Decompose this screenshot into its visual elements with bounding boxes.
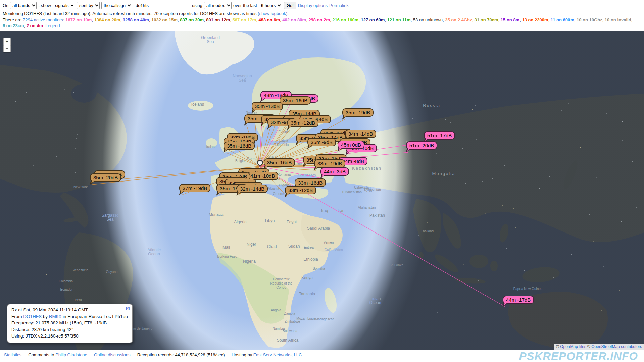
- band-count: 567 on 17m: [232, 17, 256, 22]
- sender-callsign-link[interactable]: DO1HFS: [23, 314, 42, 319]
- reception-balloon[interactable]: 35m -12dB: [287, 119, 318, 127]
- callsign-input[interactable]: [134, 2, 190, 9]
- reception-balloon[interactable]: 33m -12dB: [285, 186, 316, 194]
- openmaptiles-link[interactable]: OpenMapTiles: [560, 344, 586, 349]
- band-count: 11 on 600m: [551, 17, 574, 22]
- reception-balloon[interactable]: 35m -13dB: [252, 102, 283, 110]
- on-label: On: [3, 3, 8, 8]
- popup-from-label: From: [11, 314, 23, 319]
- reception-balloon[interactable]: 35m -9dB: [307, 138, 336, 146]
- band-count: 1032 on 15m: [151, 17, 178, 22]
- band-count: 15 on 8m: [501, 17, 519, 22]
- footer-records-text: — Reception records: 44,718,524,928 (518…: [130, 352, 253, 357]
- modes-select[interactable]: all modes: [204, 2, 232, 9]
- status-line: Monitoring DO1HFS (last heard 32 mins ag…: [0, 10, 644, 16]
- signals-select[interactable]: signals: [53, 2, 75, 9]
- band-counts: 1672 on 10m, 1384 on 20m, 1258 on 40m, 1…: [3, 17, 632, 28]
- period-select[interactable]: 6 hours: [259, 2, 282, 9]
- popup-software: Using: JTDX v2.2.160-rc5 57f350: [11, 333, 128, 340]
- show-label: , show: [38, 3, 51, 8]
- status-period: .: [287, 11, 289, 16]
- show-logbook-link[interactable]: (show logbook): [258, 11, 287, 16]
- popup-rx-time: Rx at Sat, 09 Mar 2024 11:19:14 GMT: [11, 307, 128, 313]
- band-count: 1672 on 10m: [65, 17, 92, 22]
- reception-balloon[interactable]: 35m -16dB: [280, 96, 311, 105]
- reception-balloon[interactable]: 32m -14dB: [237, 185, 268, 193]
- reception-balloon[interactable]: 35m -19dB: [342, 108, 374, 117]
- copyright-symbol-2: ©: [586, 344, 592, 349]
- using-label: using: [192, 3, 202, 8]
- band-count: 298 on 2m: [308, 17, 330, 22]
- band-count: 10 on invalid: [605, 17, 631, 22]
- active-monitors-link[interactable]: 7294 active monitors: [23, 17, 63, 22]
- reception-report-popup: ⊠ Rx at Sat, 09 Mar 2024 11:19:14 GMT Fr…: [7, 304, 133, 343]
- legend-link[interactable]: Legend: [45, 23, 60, 28]
- go-button[interactable]: Go!: [284, 2, 296, 9]
- popup-distance: Distance: 2870 km bearing 42°: [11, 326, 128, 333]
- reception-balloon[interactable]: 35m -20dB: [90, 173, 121, 182]
- reception-balloon[interactable]: 51m -17dB: [424, 131, 455, 140]
- world-map[interactable]: Greenland SeaNorwegian SeaIcelandNorwayR…: [0, 31, 644, 350]
- popup-frequency: Frequency: 21.075.382 MHz (15m), FT8, -1…: [11, 320, 128, 326]
- band-count: 10 on 10Ghz: [577, 17, 602, 22]
- callsign-type-select[interactable]: the callsign: [101, 2, 132, 9]
- band-count: 216 on 160m: [332, 17, 358, 22]
- sentby-select[interactable]: sent by: [77, 2, 100, 9]
- permalink-link[interactable]: Permalink: [329, 3, 349, 8]
- band-count: 121 on 11m: [387, 17, 411, 22]
- band-count: 1258 on 40m: [123, 17, 149, 22]
- reception-balloon[interactable]: 51m -20dB: [406, 141, 437, 150]
- band-count: 35 on 2.4Ghz: [445, 17, 472, 22]
- hosting-link[interactable]: Fast Serv Networks, LLC: [253, 352, 302, 357]
- zoom-in-button[interactable]: +: [3, 38, 11, 45]
- reception-balloon[interactable]: 35m -16dB: [264, 158, 295, 167]
- popup-from-line: From DO1HFS by RM9X in European Russia L…: [11, 313, 128, 320]
- band-count: 2 on 4m: [27, 23, 43, 28]
- copyright-symbol: ©: [556, 344, 560, 349]
- close-icon[interactable]: ⊠: [126, 306, 130, 311]
- reception-balloon[interactable]: 33m -19dB: [314, 159, 345, 168]
- receiver-callsign-link[interactable]: RM9X: [49, 314, 62, 319]
- band-count: 801 on 12m: [206, 17, 230, 22]
- band-count: 837 on 30m: [180, 17, 204, 22]
- pskreporter-watermark: PSKREPORTER.INFO: [519, 350, 638, 362]
- discussions-link[interactable]: Online discussions: [94, 352, 130, 357]
- reception-balloon[interactable]: 45m 0dB: [338, 141, 364, 149]
- header: On all bands , show signals sent by the …: [0, 0, 644, 31]
- band-count: 6 on 23cm: [3, 23, 24, 28]
- reception-balloon[interactable]: 37m -19dB: [179, 184, 210, 192]
- monitors-line: There are 7294 active monitors: 1672 on …: [0, 16, 642, 29]
- band-count: 127 on 60m: [361, 17, 385, 22]
- band-count: 483 on 6m: [258, 17, 280, 22]
- overlast-label: over the last: [233, 3, 257, 8]
- footer-sep1: — Comments to: [21, 352, 55, 357]
- band-count: 1384 on 20m: [94, 17, 120, 22]
- zoom-out-button[interactable]: −: [3, 45, 11, 52]
- map-attribution: © OpenMapTiles © OpenStreetMap contribut…: [554, 344, 644, 350]
- band-count: 53 on unknown: [413, 17, 443, 22]
- reception-balloon[interactable]: 44m -17dB: [503, 296, 534, 304]
- reception-balloon[interactable]: 34m -14dB: [345, 130, 376, 138]
- band-count: 31 on 70cm: [475, 17, 498, 22]
- popup-location-text: in European Russia Loc LP51uu: [61, 314, 128, 319]
- band-count: 13 on 2200m: [522, 17, 548, 22]
- query-toolbar: On all bands , show signals sent by the …: [0, 0, 644, 10]
- monitors-prefix: There are: [3, 17, 23, 22]
- popup-by-label: by: [42, 314, 49, 319]
- map-landmasses: [0, 31, 644, 350]
- bands-select[interactable]: all bands: [10, 2, 37, 9]
- openstreetmap-link[interactable]: OpenStreetMap contributors: [591, 344, 642, 349]
- reception-balloon[interactable]: 44m -3dB: [320, 167, 349, 176]
- display-options-link[interactable]: Display options: [298, 3, 328, 8]
- reception-balloon[interactable]: 35m -16dB: [224, 142, 255, 150]
- statistics-link[interactable]: Statistics: [4, 352, 21, 357]
- author-link[interactable]: Philip Gladstone: [55, 352, 87, 357]
- footer-sep2: —: [87, 352, 94, 357]
- monitoring-text: Monitoring DO1HFS (last heard 32 mins ag…: [3, 11, 258, 16]
- band-count: 402 on 80m: [282, 17, 306, 22]
